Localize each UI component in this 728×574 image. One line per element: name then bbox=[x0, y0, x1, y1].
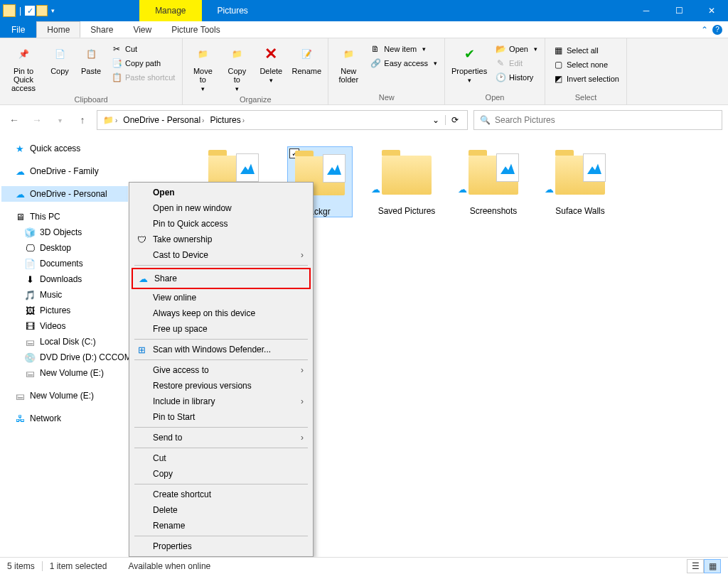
sidebar-item-3d-objects[interactable]: 🧊3D Objects bbox=[1, 224, 128, 240]
maximize-button[interactable]: ☐ bbox=[663, 0, 695, 21]
rename-icon: 📝 bbox=[295, 43, 318, 65]
sidebar-item-quick-access[interactable]: ★Quick access bbox=[1, 141, 128, 156]
context-properties[interactable]: Properties bbox=[132, 538, 311, 554]
view-details-button[interactable]: ☰ bbox=[687, 559, 704, 573]
sidebar-item-documents[interactable]: 📄Documents bbox=[1, 256, 128, 271]
pin-to-quick-access-button[interactable]: 📌 Pin to Quick access bbox=[4, 41, 43, 94]
forward-button[interactable]: → bbox=[28, 112, 46, 129]
recent-locations-button[interactable]: ▾ bbox=[51, 112, 68, 129]
qat-dropdown-icon[interactable]: ▾ bbox=[49, 7, 57, 14]
address-dropdown-icon[interactable]: ⌄ bbox=[427, 115, 445, 125]
sidebar-item-music[interactable]: 🎵Music bbox=[1, 287, 128, 303]
edit-button[interactable]: ✎Edit bbox=[492, 57, 540, 70]
tab-home[interactable]: Home bbox=[36, 21, 80, 38]
sidebar-item-videos[interactable]: 🎞Videos bbox=[1, 318, 128, 334]
context-scan[interactable]: ⊞Scan with Windows Defender... bbox=[132, 342, 311, 357]
view-thumbnails-button[interactable]: ▦ bbox=[704, 559, 721, 573]
context-cast[interactable]: Cast to Device› bbox=[132, 247, 311, 263]
context-free-up[interactable]: Free up space bbox=[132, 321, 311, 337]
drive-icon: 🖴 bbox=[24, 367, 36, 379]
qat-newfolder-icon[interactable] bbox=[36, 5, 48, 16]
drive-icon: 🖴 bbox=[24, 336, 36, 347]
sidebar-item-onedrive-family[interactable]: ☁OneDrive - Family bbox=[1, 163, 128, 179]
select-all-button[interactable]: ▦Select all bbox=[550, 44, 622, 57]
context-send-to[interactable]: Send to› bbox=[132, 430, 311, 445]
context-open-new-window[interactable]: Open in new window bbox=[132, 200, 311, 216]
help-icon[interactable]: ? bbox=[712, 25, 722, 35]
paste-shortcut-button[interactable]: 📋Paste shortcut bbox=[108, 71, 178, 84]
sidebar-item-this-pc[interactable]: 🖥This PC bbox=[1, 209, 128, 224]
address-bar[interactable]: 📁› OneDrive - Personal› Pictures› ⌄ ⟳ bbox=[97, 110, 468, 130]
close-button[interactable]: ✕ bbox=[695, 0, 728, 21]
tab-file[interactable]: File bbox=[0, 21, 36, 38]
context-copy[interactable]: Copy bbox=[132, 466, 311, 482]
new-item-button[interactable]: 🗎New item ▾ bbox=[367, 43, 440, 55]
rename-button[interactable]: 📝Rename bbox=[289, 41, 323, 77]
tab-picture-tools[interactable]: Picture Tools bbox=[161, 21, 230, 38]
shield-icon: 🛡 bbox=[136, 234, 147, 245]
context-view-online[interactable]: View online bbox=[132, 290, 311, 305]
chevron-right-icon[interactable]: › bbox=[115, 117, 117, 124]
context-rename[interactable]: Rename bbox=[132, 518, 311, 534]
app-icon bbox=[3, 4, 16, 17]
copy-path-button[interactable]: 📑Copy path bbox=[108, 57, 178, 70]
context-pin-quick-access[interactable]: Pin to Quick access bbox=[132, 216, 311, 232]
minimize-button[interactable]: ─ bbox=[630, 0, 663, 21]
select-none-button[interactable]: ▢Select none bbox=[550, 58, 622, 71]
move-to-button[interactable]: 📁Move to▾ bbox=[187, 41, 218, 94]
sidebar-item-dvd[interactable]: 💿DVD Drive (D:) CCCOMA_ bbox=[1, 350, 128, 365]
folder-item[interactable]: ☁ Suface Walls bbox=[547, 146, 613, 217]
context-take-ownership[interactable]: 🛡Take ownership bbox=[132, 232, 311, 247]
invert-selection-button[interactable]: ◩Invert selection bbox=[550, 72, 622, 85]
sidebar-item-new-volume-e2[interactable]: 🖴New Volume (E:) bbox=[1, 388, 128, 404]
new-folder-button[interactable]: 📁New folder bbox=[333, 41, 364, 85]
context-pin-start[interactable]: Pin to Start bbox=[132, 409, 311, 425]
context-restore[interactable]: Restore previous versions bbox=[132, 378, 311, 394]
downloads-icon: ⬇ bbox=[24, 274, 36, 285]
sidebar-item-desktop[interactable]: 🖵Desktop bbox=[1, 240, 128, 256]
copy-to-button[interactable]: 📁Copy to▾ bbox=[221, 41, 252, 94]
tab-view[interactable]: View bbox=[123, 21, 161, 38]
copy-button[interactable]: 📄 Copy bbox=[46, 41, 74, 77]
chevron-right-icon[interactable]: › bbox=[202, 117, 204, 124]
edit-icon: ✎ bbox=[495, 58, 506, 69]
search-box[interactable]: 🔍 Search Pictures bbox=[473, 110, 722, 130]
back-button[interactable]: ← bbox=[6, 112, 23, 129]
qat-properties-icon[interactable]: ✓ bbox=[25, 6, 35, 16]
refresh-icon[interactable]: ⟳ bbox=[445, 115, 464, 125]
tab-pictures-context[interactable]: Pictures bbox=[202, 0, 264, 21]
sidebar-item-downloads[interactable]: ⬇Downloads bbox=[1, 271, 128, 287]
context-give-access[interactable]: Give access to› bbox=[132, 362, 311, 378]
up-button[interactable]: ↑ bbox=[74, 112, 91, 129]
easy-access-button[interactable]: 🔗Easy access ▾ bbox=[367, 57, 440, 70]
folder-item[interactable]: ☁ Saved Pictures bbox=[374, 146, 439, 217]
folder-item[interactable]: ☁ Screenshots bbox=[461, 146, 526, 217]
context-create-shortcut[interactable]: Create shortcut bbox=[132, 487, 311, 502]
open-button[interactable]: 📂Open ▾ bbox=[492, 43, 540, 55]
context-always-keep[interactable]: Always keep on this device bbox=[132, 305, 311, 321]
context-delete[interactable]: Delete bbox=[132, 502, 311, 518]
history-button[interactable]: 🕑History bbox=[492, 71, 540, 84]
status-bar: 5 items 1 item selected Available when o… bbox=[0, 557, 728, 574]
ribbon-collapse-icon[interactable]: ⌃ bbox=[701, 25, 708, 35]
context-cut[interactable]: Cut bbox=[132, 450, 311, 466]
sidebar-item-new-volume-e[interactable]: 🖴New Volume (E:) bbox=[1, 365, 128, 381]
sidebar-item-pictures[interactable]: 🖼Pictures bbox=[1, 303, 128, 318]
context-open[interactable]: Open bbox=[132, 185, 311, 200]
navigation-pane: ★Quick access ☁OneDrive - Family ☁OneDri… bbox=[0, 135, 129, 561]
tab-share[interactable]: Share bbox=[80, 21, 123, 38]
properties-button[interactable]: ✔Properties▾ bbox=[449, 41, 489, 85]
cut-button[interactable]: ✂Cut bbox=[108, 43, 178, 55]
chevron-right-icon[interactable]: › bbox=[242, 117, 245, 124]
context-share[interactable]: ☁Share bbox=[133, 271, 309, 286]
delete-button[interactable]: ✕Delete▾ bbox=[255, 41, 287, 85]
sidebar-item-local-disk[interactable]: 🖴Local Disk (C:) bbox=[1, 334, 128, 350]
context-separator bbox=[134, 484, 308, 484]
context-include-library[interactable]: Include in library› bbox=[132, 394, 311, 409]
pc-icon: 🖥 bbox=[14, 211, 26, 222]
sidebar-item-network[interactable]: 🖧Network bbox=[1, 411, 128, 426]
sidebar-item-onedrive-personal[interactable]: ☁OneDrive - Personal bbox=[1, 186, 128, 202]
paste-button[interactable]: 📋 Paste bbox=[77, 41, 105, 77]
properties-icon: ✔ bbox=[458, 43, 481, 65]
tab-manage[interactable]: Manage bbox=[139, 0, 201, 21]
